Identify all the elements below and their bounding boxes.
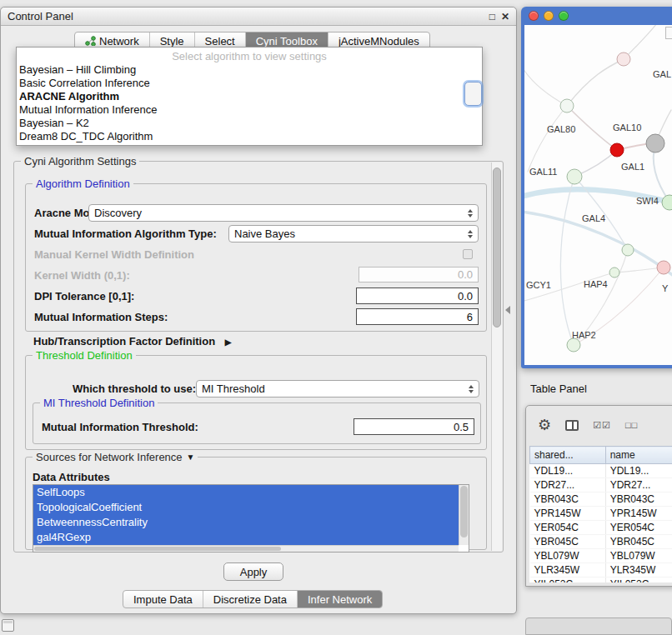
network-node-label: HAP4 <box>584 279 608 289</box>
network-canvas[interactable]: GALGAL80GAL10GAL11GAL1SWI4GAL4GCY1HAP4HA… <box>524 25 672 365</box>
tab-label: Impute Data <box>133 593 193 606</box>
algorithm-option[interactable]: Dream8 DC_TDC Algorithm <box>17 130 482 143</box>
table-row[interactable]: YIL052CYIL052C <box>530 578 672 583</box>
apply-button[interactable]: Apply <box>223 562 283 581</box>
algorithm-option[interactable]: Bayesian – K2 <box>17 117 482 130</box>
table-row[interactable]: YBR043CYBR043C <box>530 492 672 507</box>
data-attributes-list: SelfLoopsTopologicalCoefficientBetweenne… <box>33 484 469 552</box>
close-traffic-light-icon[interactable] <box>529 11 539 21</box>
field-value: 0.5 <box>454 421 469 433</box>
float-window-icon[interactable]: □ <box>489 12 495 22</box>
cyni-mode-tabs: Impute Data Discretize Data Infer Networ… <box>123 590 383 608</box>
expand-triangle-icon[interactable]: ▶ <box>225 338 232 347</box>
network-edge <box>560 177 574 345</box>
attribute-list-item[interactable]: SelfLoops <box>33 485 459 500</box>
table-panel-window: ⚙ ☑☑ □□ shared... name YDL19...YDL19...1… <box>525 405 672 587</box>
control-panel-window: Control Panel □ ✕ Network Style Select C… <box>0 7 517 614</box>
network-node[interactable] <box>617 52 630 66</box>
table-row[interactable]: YDR27...YDR27...12 <box>530 478 672 492</box>
algorithm-option[interactable]: Bayesian – Hill Climbing <box>17 63 482 77</box>
mi-algorithm-type-combobox[interactable]: Naive Bayes <box>228 225 479 242</box>
minimize-traffic-light-icon[interactable] <box>544 11 554 21</box>
tab-label: Discretize Data <box>213 593 287 606</box>
threshold-definition-group: Threshold Definition Which threshold to … <box>25 355 487 450</box>
algorithm-dropdown-items: Bayesian – Hill ClimbingBasic Correlatio… <box>17 63 482 143</box>
network-edge <box>528 106 567 172</box>
network-edge <box>524 58 567 106</box>
network-node[interactable] <box>560 99 574 112</box>
zoom-traffic-light-icon[interactable] <box>559 11 569 21</box>
sources-group: Sources for Network Inference ▼ Data Att… <box>25 457 487 550</box>
network-window-titlebar <box>521 7 672 25</box>
network-node[interactable] <box>567 338 580 352</box>
attribute-list-item[interactable]: BetweennessCentrality <box>33 515 459 530</box>
network-scrollbar-corner[interactable] <box>665 27 672 39</box>
data-attributes-items: SelfLoopsTopologicalCoefficientBetweenne… <box>33 485 459 545</box>
list-horizontal-scrollbar[interactable] <box>33 545 459 552</box>
algorithm-option[interactable]: Mutual Information Inference <box>17 103 482 117</box>
settings-vertical-scrollbar[interactable] <box>491 162 502 551</box>
mi-steps-field[interactable]: 6 <box>356 308 479 325</box>
algorithm-option[interactable]: ARACNE Algorithm <box>17 90 482 103</box>
network-node[interactable] <box>662 195 672 210</box>
column-header-name[interactable]: name <box>605 447 672 464</box>
aracne-mode-combobox[interactable]: Discovery <box>88 204 479 222</box>
table-row[interactable]: YDL19...YDL19...13 <box>530 464 672 478</box>
network-node[interactable] <box>609 268 619 278</box>
table-row[interactable]: YLR345WYLR345W9. <box>530 563 672 578</box>
mi-threshold-field[interactable]: 0.5 <box>354 418 474 435</box>
dropdown-placeholder: Select algorithm to view settings <box>17 49 482 63</box>
scrollbar-thumb[interactable] <box>460 486 468 538</box>
close-icon[interactable]: ✕ <box>501 12 509 22</box>
algorithm-definition-group: Algorithm Definition Aracne Mode: Discov… <box>25 183 487 332</box>
manual-kernel-width-label: Manual Kernel Width Definition <box>34 248 194 261</box>
dpi-tolerance-field[interactable]: 0.0 <box>356 288 479 304</box>
sources-collapse-header[interactable]: Sources for Network Inference ▼ <box>33 451 198 463</box>
collapsed-panel-icon[interactable] <box>2 619 14 632</box>
group-title: Threshold Definition <box>33 349 136 362</box>
kernel-width-label: Kernel Width (0,1): <box>34 269 130 282</box>
mi-algorithm-type-label: Mutual Information Algorithm Type: <box>34 228 217 240</box>
network-node[interactable] <box>610 143 624 157</box>
algorithm-option[interactable]: Basic Correlation Inference <box>17 77 482 90</box>
tab-discretize-data[interactable]: Discretize Data <box>203 591 298 608</box>
scrollbar-thumb[interactable] <box>34 547 281 551</box>
cutoff-panel-top <box>525 618 672 635</box>
gear-icon[interactable]: ⚙ <box>538 418 551 432</box>
table-row[interactable]: YBR045CYBR045C9. <box>530 535 672 549</box>
network-node[interactable] <box>657 261 670 274</box>
tab-infer-network[interactable]: Infer Network <box>298 591 382 608</box>
table-row[interactable]: YER054CYER054C8. <box>530 521 672 535</box>
select-all-checkboxes-icon[interactable]: ☑☑ <box>593 420 611 431</box>
list-vertical-scrollbar[interactable] <box>459 485 469 545</box>
hub-definition-expander[interactable]: Hub/Transcription Factor Definition ▶ <box>33 335 231 348</box>
network-canvas-area[interactable]: GALGAL80GAL10GAL11GAL1SWI4GAL4GCY1HAP4HA… <box>524 25 672 365</box>
tab-impute-data[interactable]: Impute Data <box>123 591 203 608</box>
scrollbar-thumb[interactable] <box>493 168 501 328</box>
table-row[interactable]: YBL079WYBL079W <box>530 549 672 563</box>
which-threshold-combobox[interactable]: MI Threshold <box>196 380 479 398</box>
network-node-label: GAL11 <box>529 167 557 177</box>
column-header-shared-name[interactable]: shared... <box>530 447 606 464</box>
tab-label: Network <box>99 35 139 48</box>
kernel-width-field: 0.0 <box>359 267 479 282</box>
splitter-collapse-arrow[interactable] <box>505 306 510 314</box>
network-node[interactable] <box>567 169 582 184</box>
focused-combobox-fragment[interactable] <box>464 82 482 106</box>
network-edge <box>624 25 659 59</box>
table-row[interactable]: YPR145WYPR145W9. <box>530 507 672 521</box>
columns-icon[interactable] <box>565 420 579 431</box>
deselect-all-checkboxes-icon[interactable]: □□ <box>625 420 638 430</box>
network-edge <box>567 59 624 106</box>
network-node[interactable] <box>622 244 634 256</box>
attribute-list-item[interactable]: gal4RGexp <box>33 530 459 545</box>
network-node[interactable] <box>646 134 664 152</box>
network-node-label: GAL80 <box>547 124 575 134</box>
table-header-row[interactable]: shared... name <box>530 447 672 464</box>
desktop: Control Panel □ ✕ Network Style Select C… <box>0 0 672 635</box>
network-node-label: GAL <box>653 69 671 79</box>
field-value: 6 <box>467 311 473 323</box>
tab-label: jActiveMNodules <box>339 35 419 48</box>
attribute-list-item[interactable]: TopologicalCoefficient <box>33 500 459 515</box>
collapse-triangle-icon[interactable]: ▼ <box>187 452 195 462</box>
